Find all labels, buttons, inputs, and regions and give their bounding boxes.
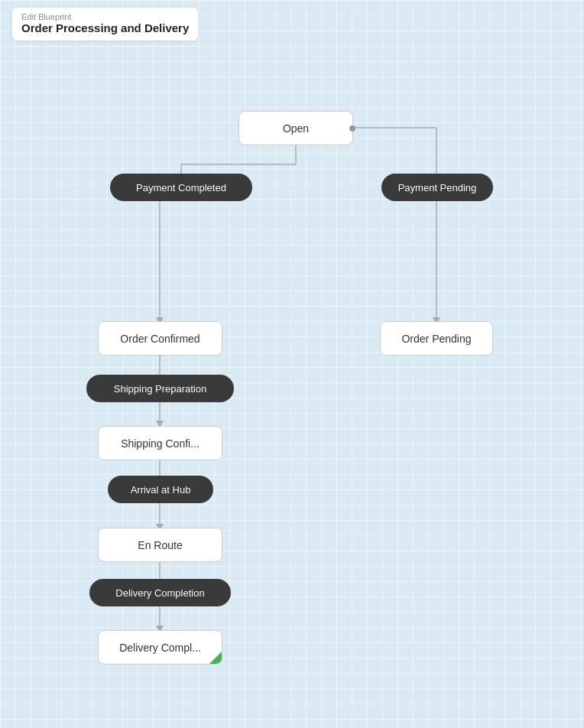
blueprint-canvas: Edit Blueprint Order Processing and Deli… xyxy=(0,0,584,728)
shipping-preparation-node[interactable]: Shipping Preparation xyxy=(86,375,234,402)
header-subtitle: Edit Blueprint xyxy=(21,12,189,21)
en-route-node[interactable]: En Route xyxy=(98,528,222,562)
header-panel: Edit Blueprint Order Processing and Deli… xyxy=(12,8,198,41)
delivery-completion-node[interactable]: Delivery Completion xyxy=(89,579,231,606)
delivery-completed-node[interactable]: Delivery Compl... xyxy=(98,630,222,665)
payment-pending-node[interactable]: Payment Pending xyxy=(381,174,493,201)
connectors-svg xyxy=(0,0,584,728)
header-title: Order Processing and Delivery xyxy=(21,21,189,34)
payment-completed-node[interactable]: Payment Completed xyxy=(110,174,252,201)
order-confirmed-node[interactable]: Order Confirmed xyxy=(98,321,222,356)
order-pending-node[interactable]: Order Pending xyxy=(380,321,493,356)
shipping-confirmed-node[interactable]: Shipping Confi... xyxy=(98,426,222,460)
green-corner-indicator xyxy=(209,652,222,664)
arrival-at-hub-node[interactable]: Arrival at Hub xyxy=(108,476,213,503)
open-node[interactable]: Open xyxy=(238,111,353,145)
